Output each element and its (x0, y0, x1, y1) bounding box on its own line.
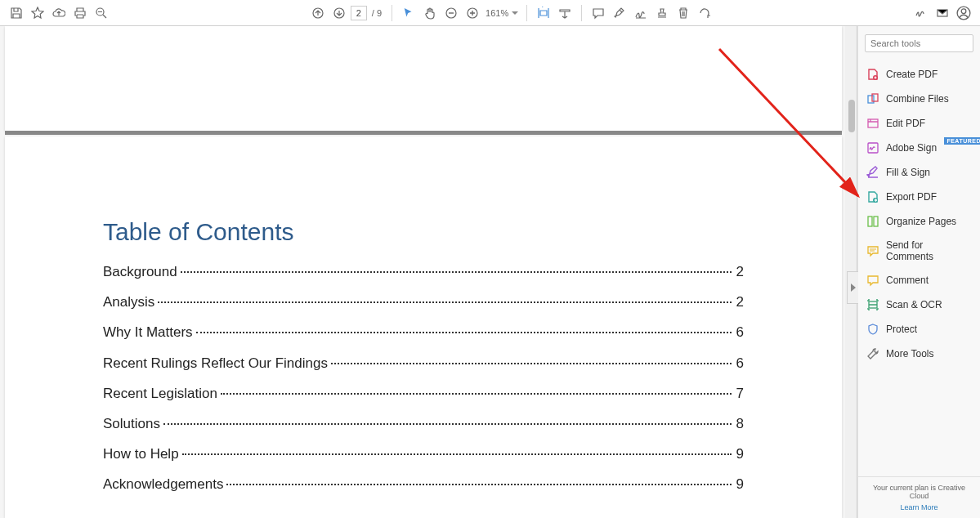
page-number-input[interactable] (351, 6, 367, 20)
tool-item-more-tools[interactable]: More Tools (858, 342, 980, 366)
toc-page-number: 6 (735, 352, 744, 374)
toc-label: Background (103, 261, 177, 283)
tool-label: Comment (886, 275, 929, 286)
save-icon[interactable] (7, 3, 26, 23)
plan-footer: Your current plan is Creative Cloud Lear… (858, 476, 980, 518)
document-viewport[interactable]: Table of Contents Background2Analysis2Wh… (0, 26, 857, 518)
page-down-icon[interactable] (329, 3, 349, 23)
toc-page-number: 8 (735, 413, 744, 435)
organize-pages-icon (866, 215, 879, 228)
more-tools-icon (866, 347, 879, 360)
tool-item-adobe-sign[interactable]: Adobe SignFEATURED (858, 136, 980, 160)
tool-label: More Tools (886, 348, 933, 359)
toc-page-number: 9 (735, 443, 744, 465)
toc-entry[interactable]: Background2 (103, 261, 744, 283)
pdf-page-current: Table of Contents Background2Analysis2Wh… (5, 136, 842, 518)
sign-icon[interactable] (631, 3, 651, 23)
comment-icon[interactable] (588, 3, 608, 23)
search-minus-icon[interactable] (92, 3, 111, 23)
tool-label: Send for Comments (886, 239, 972, 262)
tool-item-send-for-comments[interactable]: Send for Comments (858, 234, 980, 268)
delete-icon[interactable] (673, 3, 693, 23)
toc-entry[interactable]: Solutions8 (103, 413, 744, 435)
top-toolbar: / 9 161% (0, 0, 980, 26)
toc-page-number: 9 (735, 473, 744, 495)
tool-item-scan-ocr[interactable]: Scan & OCR (858, 292, 980, 317)
fill-sign-icon (866, 166, 879, 179)
collapse-panel-icon[interactable] (847, 271, 858, 304)
tool-label: Combine Files (886, 93, 949, 105)
signature-status-icon[interactable] (911, 3, 931, 23)
protect-icon (866, 323, 879, 336)
svg-point-7 (961, 8, 966, 13)
toc-page-number: 2 (735, 261, 744, 283)
fit-width-icon[interactable] (534, 3, 553, 23)
tool-label: Edit PDF (886, 118, 925, 129)
tool-item-create-pdf[interactable]: Create PDF (858, 62, 980, 87)
toc-entry[interactable]: Recent Legislation7 (103, 382, 744, 404)
toc-entry[interactable]: Recent Rulings Reflect Our Findings6 (103, 352, 744, 374)
tool-item-organize-pages[interactable]: Organize Pages (858, 209, 980, 234)
tool-label: Adobe Sign (886, 142, 937, 154)
rotate-icon[interactable] (695, 3, 714, 23)
svg-rect-14 (868, 217, 872, 226)
toc-label: Recent Legislation (103, 382, 217, 404)
toc-entry[interactable]: Acknowledgements9 (103, 473, 744, 495)
read-mode-icon[interactable] (555, 3, 575, 23)
mail-icon[interactable] (933, 3, 952, 23)
toc-entry[interactable]: Analysis2 (103, 291, 744, 313)
adobe-sign-icon (866, 141, 879, 154)
toc-label: Acknowledgements (103, 473, 223, 495)
tool-item-fill-sign[interactable]: Fill & Sign (858, 160, 980, 185)
toc-entry[interactable]: Why It Matters6 (103, 321, 744, 343)
highlight-icon[interactable] (610, 3, 629, 23)
tool-label: Protect (886, 324, 917, 335)
selection-tool-icon[interactable] (399, 3, 418, 23)
search-tools-input[interactable] (865, 34, 973, 52)
zoom-in-icon[interactable] (463, 3, 482, 23)
toc-heading: Table of Contents (103, 218, 744, 246)
toc-entry[interactable]: How to Help9 (103, 443, 744, 465)
learn-more-link[interactable]: Learn More (866, 503, 972, 511)
scrollbar-thumb[interactable] (848, 100, 855, 132)
tool-label: Export PDF (886, 191, 937, 203)
page-up-icon[interactable] (308, 3, 328, 23)
tool-label: Organize Pages (886, 216, 956, 227)
tool-label: Scan & OCR (886, 299, 942, 310)
featured-badge: FEATURED (944, 137, 980, 145)
svg-rect-9 (868, 96, 874, 103)
edit-pdf-icon (866, 117, 879, 130)
tool-item-protect[interactable]: Protect (858, 317, 980, 342)
pdf-page-prev (5, 26, 842, 131)
svg-rect-10 (872, 94, 878, 101)
toc-page-number: 7 (735, 382, 744, 404)
hand-tool-icon[interactable] (420, 3, 440, 23)
export-pdf-icon (866, 190, 879, 203)
print-icon[interactable] (70, 3, 90, 23)
cloud-upload-icon[interactable] (49, 3, 69, 23)
toc-page-number: 2 (735, 291, 744, 313)
stamp-icon[interactable] (652, 3, 672, 23)
toc-label: How to Help (103, 443, 179, 465)
account-icon[interactable] (954, 3, 973, 23)
page-gap (5, 131, 842, 135)
tools-panel: Create PDFCombine FilesEdit PDFAdobe Sig… (857, 26, 980, 518)
toc-page-number: 6 (735, 321, 744, 343)
zoom-out-icon[interactable] (441, 3, 461, 23)
scan-ocr-icon (866, 298, 879, 311)
tool-item-combine-files[interactable]: Combine Files (858, 87, 980, 111)
comment-icon (866, 274, 879, 287)
toc-label: Why It Matters (103, 321, 193, 343)
tool-label: Fill & Sign (886, 167, 930, 178)
svg-rect-11 (868, 119, 878, 127)
tool-item-edit-pdf[interactable]: Edit PDF (858, 111, 980, 136)
tool-label: Create PDF (886, 69, 937, 80)
tool-item-export-pdf[interactable]: Export PDF (858, 185, 980, 209)
toc-label: Recent Rulings Reflect Our Findings (103, 352, 328, 374)
tool-item-comment[interactable]: Comment (858, 268, 980, 292)
create-pdf-icon (866, 68, 879, 81)
toc-label: Solutions (103, 413, 160, 435)
star-icon[interactable] (28, 3, 47, 23)
zoom-level-dropdown[interactable]: 161% (484, 8, 520, 18)
page-total-label: / 9 (369, 8, 385, 18)
